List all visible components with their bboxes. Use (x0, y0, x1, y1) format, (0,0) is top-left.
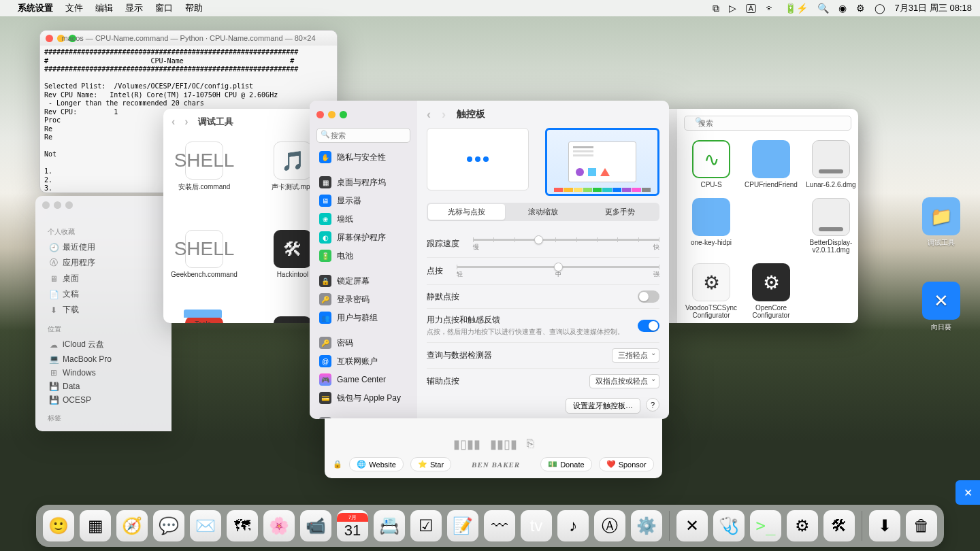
sidebar-item-recent[interactable]: 🕘最近使用 (45, 239, 162, 255)
settings-search-input[interactable] (316, 128, 410, 143)
menu-view[interactable]: 显示 (125, 2, 143, 14)
control-center-icon[interactable]: ⚙ (856, 3, 865, 14)
desktop-folder-debug-tools[interactable]: 📁 调试工具 (917, 197, 965, 248)
help-button[interactable]: ? (646, 398, 659, 412)
battery-icon[interactable]: 🔋⚡ (785, 3, 808, 14)
settings-sidebar-list[interactable]: ✋隐私与安全性 ▦桌面与程序坞 🖥显示器 ❀墙纸 ◐屏幕保护程序 🔋电池 🔒锁定… (310, 148, 417, 419)
lock-icon[interactable]: 🔒 (333, 460, 342, 469)
sidebar-item-desktop[interactable]: 🖥桌面 (45, 271, 162, 286)
preview-display[interactable] (545, 128, 659, 196)
sidebar-item-users[interactable]: 👥用户与群组 (315, 309, 412, 327)
dock-tool[interactable]: ⚙ (787, 510, 818, 541)
force-click-toggle[interactable] (638, 320, 659, 332)
dock-app-sunflower[interactable]: ✕ (676, 510, 708, 541)
dock-downloads[interactable]: ⬇ (869, 510, 900, 541)
terminal-titlebar[interactable]: macos — CPU-Name.command — Python · CPU-… (40, 31, 337, 46)
menubar-datetime[interactable]: 7月31日 周三 08:18 (895, 2, 972, 14)
finder-item[interactable]: ∿CPU-S (684, 140, 738, 188)
script-icon[interactable]: ▷ (729, 3, 736, 14)
sidebar-item-internet[interactable]: @互联网账户 (315, 352, 412, 370)
desktop-app-sunflower[interactable]: ✕ 向日葵 (917, 282, 965, 332)
sidebar-item-privacy[interactable]: ✋隐私与安全性 (315, 148, 412, 166)
minimize-icon[interactable] (54, 201, 61, 209)
sidebar-item-apps[interactable]: Ⓐ应用程序 (45, 255, 162, 271)
back-icon[interactable]: ‹ (427, 107, 431, 122)
dock-notes[interactable]: 📝 (447, 510, 478, 541)
donate-link[interactable]: 💵 Donate (540, 457, 591, 471)
dock-terminal[interactable]: >_ (750, 510, 781, 541)
dock-music[interactable]: ♪ (557, 510, 589, 541)
sidebar-item-windows[interactable]: ⊞Windows (45, 366, 162, 380)
maximize-icon[interactable] (65, 201, 73, 209)
finder-item[interactable]: SHELLGeekbench.command (177, 230, 231, 278)
sidebar-item-ocesp[interactable]: 💾OCESP (45, 393, 162, 407)
tab-more-gestures[interactable]: 更多手势 (581, 204, 658, 220)
close-icon[interactable] (42, 201, 50, 209)
finder-item[interactable]: ⚙OpenCore Configurator (744, 263, 798, 319)
finder-item[interactable]: ⚙VoodooTSCSync Configurator (684, 263, 738, 319)
dock-photos[interactable]: 🌸 (263, 510, 295, 541)
preview-trackpad[interactable] (427, 128, 529, 190)
user-switch-icon[interactable]: ◉ (838, 3, 847, 14)
screen-record-icon[interactable]: ⧉ (713, 3, 719, 14)
dock-facetime[interactable]: 📹 (300, 510, 331, 541)
maximize-icon[interactable] (69, 35, 76, 42)
tab-cursor-click[interactable]: 光标与点按 (428, 204, 505, 220)
sidebar-item-screensaver[interactable]: ◐屏幕保护程序 (315, 229, 412, 246)
secondary-click-select[interactable]: 双指点按或轻点 (589, 374, 659, 388)
dock-safari[interactable]: 🧭 (116, 510, 148, 541)
click-slider[interactable] (457, 266, 659, 268)
sidebar-item-display[interactable]: 🖥显示器 (315, 192, 412, 210)
finder-item-tools[interactable]: Tools (176, 310, 230, 323)
tab-scroll-zoom[interactable]: 滚动缩放 (505, 204, 582, 220)
finder-item[interactable]: Lunar-6.2.6.dmg (804, 140, 858, 188)
close-icon[interactable] (46, 35, 53, 42)
bluetooth-trackpad-button[interactable]: 设置蓝牙触控板… (566, 398, 640, 414)
minimize-icon[interactable] (328, 111, 336, 118)
quiet-click-toggle[interactable] (638, 290, 659, 303)
sidebar-item-battery[interactable]: 🔋电池 (315, 247, 412, 265)
side-widget[interactable]: ✕ (956, 480, 980, 505)
sidebar-item-desktop[interactable]: ▦桌面与程序坞 (315, 173, 412, 191)
maximize-icon[interactable] (340, 111, 347, 118)
sponsor-link[interactable]: ❤️ Sponsor (599, 457, 654, 471)
sidebar-item-passwords[interactable]: 🔑密码 (315, 334, 412, 352)
minimize-icon[interactable] (57, 35, 65, 42)
sidebar-item-gamecenter[interactable]: 🎮Game Center (315, 371, 412, 388)
dock-messages[interactable]: 💬 (153, 510, 184, 541)
sidebar-item-wallet[interactable]: 💳钱包与 Apple Pay (315, 389, 412, 407)
menu-window[interactable]: 窗口 (155, 2, 173, 14)
dock-app-red[interactable]: 🛠 (823, 510, 855, 541)
barcode-icon[interactable]: ▮▯▮▮ (453, 437, 480, 452)
back-icon[interactable]: ‹ (172, 116, 175, 128)
wifi-icon[interactable]: ᯤ (766, 3, 775, 14)
close-icon[interactable] (316, 111, 324, 118)
sidebar-item-wallpaper[interactable]: ❀墙纸 (315, 210, 412, 228)
dock-maps[interactable]: 🗺 (227, 510, 258, 541)
dock-freeform[interactable]: 〰 (484, 510, 515, 541)
finder-search-input[interactable] (684, 116, 851, 131)
sidebar-item-data[interactable]: 💾Data (45, 380, 162, 393)
forward-icon[interactable]: › (184, 116, 188, 128)
sidebar-item-icloud[interactable]: ☁iCloud 云盘 (45, 337, 162, 352)
menu-edit[interactable]: 编辑 (95, 2, 113, 14)
dock-settings[interactable]: ⚙️ (631, 510, 662, 541)
tracking-speed-slider[interactable] (473, 239, 659, 241)
finder-item[interactable]: CPUFriendFriend (744, 140, 798, 188)
siri-icon[interactable]: ◯ (875, 3, 885, 14)
sidebar-item-macbook[interactable]: 💻MacBook Pro (45, 352, 162, 366)
export-icon[interactable]: ⎘ (527, 437, 534, 452)
website-link[interactable]: 🌐 Website (349, 457, 404, 471)
dock-calendar[interactable]: 7月31 (337, 510, 368, 541)
sidebar-item-lockscreen[interactable]: 🔒锁定屏幕 (315, 272, 412, 290)
dock-mail[interactable]: ✉️ (190, 510, 221, 541)
menu-file[interactable]: 文件 (65, 2, 83, 14)
lookup-select[interactable]: 三指轻点 (612, 348, 659, 363)
menu-help[interactable]: 帮助 (185, 2, 203, 14)
dock-contacts[interactable]: 📇 (374, 510, 405, 541)
finder-item[interactable]: one-key-hidpi (684, 198, 738, 254)
menu-app[interactable]: 系统设置 (18, 2, 53, 14)
barcode-icon-2[interactable]: ▮▮▯▮ (490, 437, 517, 452)
dock-reminders[interactable]: ☑ (410, 510, 442, 541)
dock-launchpad[interactable]: ▦ (80, 510, 111, 541)
